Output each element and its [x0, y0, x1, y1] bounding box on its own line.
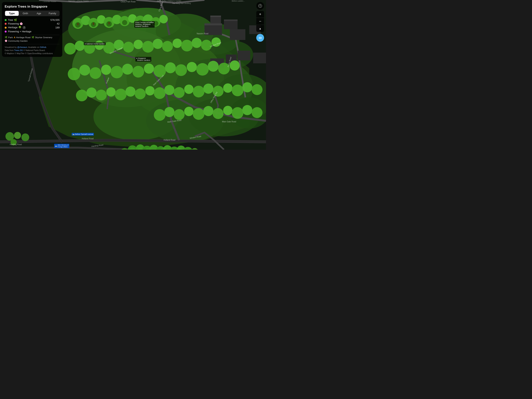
svg-point-70 [123, 42, 134, 53]
compass-north-button[interactable]: ▲ [256, 25, 264, 32]
svg-point-128 [252, 107, 262, 118]
svg-point-74 [162, 41, 173, 52]
svg-point-73 [153, 39, 163, 49]
tree-dot [5, 19, 7, 21]
svg-text:Holland Road: Holland Road [164, 139, 176, 141]
svg-point-87 [144, 64, 154, 74]
heritage-question[interactable]: ? [23, 26, 26, 29]
svg-point-77 [192, 38, 202, 48]
tab-age[interactable]: Age [32, 11, 46, 16]
svg-point-72 [142, 41, 154, 53]
svg-rect-96 [77, 23, 78, 25]
svg-point-99 [76, 90, 88, 101]
location-pin-orchid-garden: ● National Orchid Garden [84, 42, 106, 45]
svg-point-101 [96, 90, 107, 101]
flowering-heritage-label: Flowering + Heritage [8, 30, 31, 33]
credits-line3: © Mapbox © MapTiler © OpenStreetMap cont… [5, 52, 60, 55]
svg-point-92 [196, 63, 209, 76]
legend-flowering-heritage: Flowering + Heritage [5, 30, 60, 33]
tag-community-garden: 🌸 Community Garden [5, 39, 60, 42]
svg-text:Cluny Park Road: Cluny Park Road [121, 0, 136, 3]
tag-park-label: Park [8, 36, 13, 39]
place-tags: 🌿 Park A Heritage Road 🌿 Skyrise Greener… [5, 35, 60, 42]
tag-heritage-road-label: Heritage Road [16, 36, 31, 39]
svg-point-116 [242, 82, 252, 92]
tree-count: 578,555 [51, 19, 60, 21]
heritage-count: 189 [55, 26, 60, 29]
tab-girth[interactable]: Girth [19, 11, 32, 16]
svg-point-33 [14, 132, 21, 139]
svg-point-126 [232, 107, 243, 119]
svg-point-102 [106, 87, 116, 97]
tab-bar: Type Girth Age Family [5, 11, 60, 16]
credits-line1: Visualized by @cheeaun. Available on Git… [5, 46, 60, 49]
svg-point-88 [153, 65, 166, 77]
svg-text:Harding Road: Harding Road [10, 143, 22, 146]
legend-heritage: Heritage 🌳 ? 189 [5, 26, 60, 29]
compass-button[interactable] [256, 2, 264, 10]
flowering-label: Flowering 🌸 [8, 22, 23, 25]
svg-point-64 [64, 43, 76, 55]
svg-point-100 [86, 87, 97, 98]
svg-point-67 [95, 40, 104, 50]
flowering-count: 42 [57, 22, 60, 25]
svg-rect-98 [108, 22, 110, 24]
info-panel: Explore Trees in Singapore Type Girth Ag… [2, 2, 62, 57]
flowering-dot [5, 23, 7, 25]
svg-point-65 [75, 41, 85, 51]
tag-community-label: Community Garden [8, 40, 28, 42]
svg-text:Before Leedon...: Before Leedon... [232, 0, 245, 2]
svg-point-104 [125, 86, 136, 97]
svg-text:Opposite Lutheran Towers: Opposite Lutheran Towers [68, 0, 89, 2]
legend-tree: Tree 🌿 578,555 [5, 19, 60, 21]
svg-text:Main Gate Road: Main Gate Road [222, 121, 236, 123]
svg-point-120 [174, 109, 185, 120]
panel-title: Explore Trees in Singapore [5, 5, 60, 9]
tag-skyrise-label: Skyrise Greenery [35, 36, 52, 39]
svg-point-123 [203, 106, 213, 116]
credits-line2: Data from Trees.SG © National Parks Boar… [5, 49, 60, 52]
tag-heritage-road: A Heritage Road [14, 36, 31, 39]
svg-point-108 [164, 85, 174, 95]
svg-rect-21 [204, 23, 222, 25]
svg-point-118 [154, 109, 165, 121]
flowering-heritage-dot [5, 31, 7, 32]
three-d-button[interactable]: 3D [256, 34, 264, 42]
tag-skyrise: 🌿 Skyrise Greenery [32, 36, 52, 39]
location-pin-botanic: ● Singapore Botanic Gardens [135, 57, 151, 62]
svg-point-115 [232, 84, 243, 96]
bus-stop-before-tyersall: 🚌Before Tyersall Avenue [72, 133, 94, 135]
svg-rect-26 [230, 29, 245, 40]
tab-type[interactable]: Type [5, 11, 19, 16]
svg-point-89 [165, 62, 176, 73]
svg-point-85 [122, 64, 133, 75]
svg-point-76 [181, 40, 193, 51]
svg-point-57 [159, 15, 168, 23]
zoom-out-button[interactable]: − [256, 18, 264, 25]
svg-point-84 [111, 66, 123, 78]
svg-point-125 [223, 106, 233, 115]
svg-point-107 [154, 87, 165, 99]
legend: Tree 🌿 578,555 Flowering 🌸 42 Heritage 🌳… [5, 19, 60, 33]
svg-point-114 [223, 83, 233, 93]
tab-family[interactable]: Family [46, 11, 59, 16]
bus-stop-after-ministry: 🚌After Ministry ofForeign Affairs [54, 144, 69, 148]
svg-text:Holland Road: Holland Road [82, 138, 94, 140]
svg-point-121 [184, 107, 194, 116]
svg-point-106 [145, 86, 155, 96]
svg-point-91 [187, 62, 197, 72]
svg-point-71 [133, 40, 143, 49]
svg-point-75 [172, 39, 182, 48]
svg-point-90 [175, 64, 187, 76]
zoom-in-button[interactable]: + [256, 11, 264, 18]
svg-rect-31 [253, 53, 266, 63]
svg-point-124 [213, 108, 223, 119]
svg-point-83 [101, 65, 111, 75]
location-pin-food-canopy: Food Canopy at RafflesBuilding, Singapor… [134, 21, 155, 28]
svg-point-80 [68, 68, 80, 80]
svg-point-171 [260, 6, 260, 6]
svg-point-105 [135, 89, 146, 99]
svg-point-117 [252, 84, 262, 95]
svg-rect-97 [93, 23, 94, 25]
svg-text:Nassim Road: Nassim Road [197, 32, 208, 35]
